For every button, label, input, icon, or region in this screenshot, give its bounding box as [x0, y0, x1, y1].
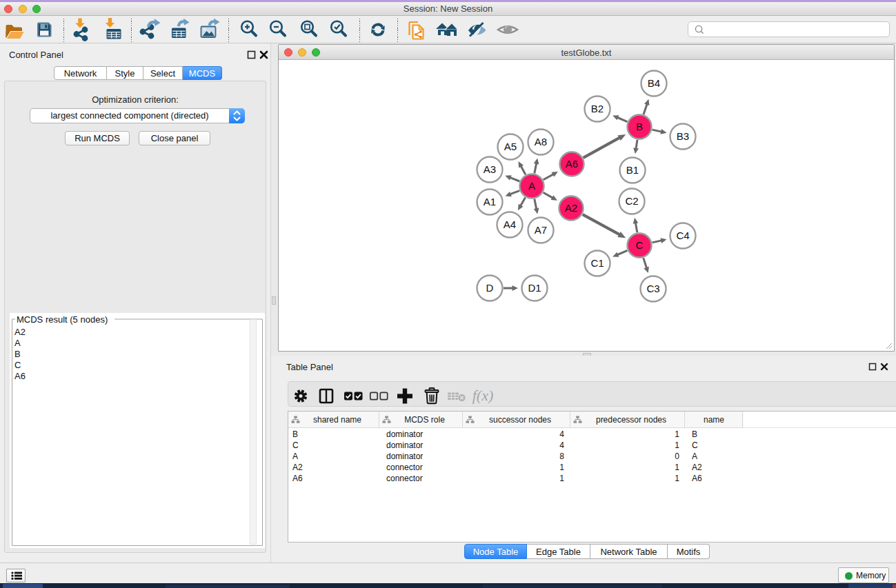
svg-text:A: A	[528, 180, 535, 192]
svg-text:A3: A3	[484, 163, 496, 175]
svg-text:B1: B1	[626, 164, 639, 176]
svg-text:A8: A8	[535, 136, 547, 148]
svg-text:C: C	[636, 239, 644, 251]
svg-text:A4: A4	[504, 219, 516, 230]
svg-text:D: D	[486, 282, 494, 294]
svg-text:A7: A7	[535, 224, 547, 236]
svg-text:B2: B2	[591, 103, 604, 114]
svg-text:C4: C4	[676, 230, 689, 241]
svg-text:C1: C1	[590, 257, 604, 269]
svg-text:A5: A5	[504, 141, 517, 152]
svg-text:B3: B3	[677, 130, 689, 142]
svg-text:A1: A1	[484, 196, 496, 207]
svg-text:A6: A6	[566, 158, 578, 170]
svg-text:C2: C2	[625, 195, 638, 207]
svg-text:D1: D1	[528, 282, 541, 294]
svg-text:B4: B4	[648, 77, 660, 89]
svg-text:B: B	[636, 121, 643, 132]
svg-text:C3: C3	[646, 283, 659, 294]
svg-text:f(x): f(x)	[472, 387, 494, 404]
svg-text:A2: A2	[565, 202, 577, 214]
